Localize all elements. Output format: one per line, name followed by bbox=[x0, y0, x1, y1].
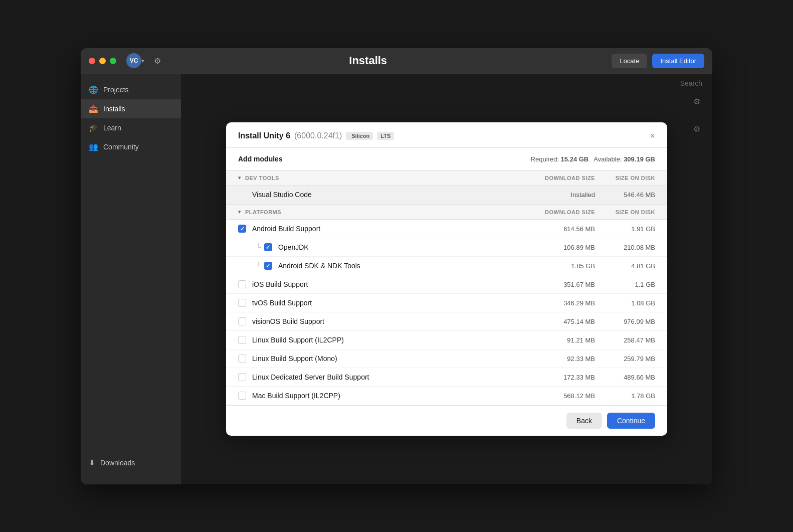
module-row-linux-server: Linux Dedicated Server Build Support 172… bbox=[226, 368, 667, 387]
linux-il2cpp-size: 258.47 MB bbox=[595, 336, 655, 344]
projects-icon: 🌐 bbox=[89, 85, 98, 94]
module-row-linux-il2cpp: Linux Build Support (IL2CPP) 91.21 MB 25… bbox=[226, 331, 667, 349]
ios-checkbox[interactable] bbox=[238, 280, 246, 288]
visionos-name: visionOS Build Support bbox=[252, 317, 530, 325]
sub-line-icon-2: └ bbox=[256, 262, 261, 270]
linux-il2cpp-checkbox[interactable] bbox=[238, 336, 246, 344]
openjdk-download: 106.89 MB bbox=[530, 244, 595, 251]
android-size: 1.91 GB bbox=[595, 225, 655, 233]
linux-server-name: Linux Dedicated Server Build Support bbox=[252, 373, 530, 381]
title-bar: VC ▾ ⚙ Installs Locate Install Editor bbox=[81, 48, 712, 74]
sidebar-bottom: ⬇ Downloads bbox=[81, 447, 181, 478]
sidebar-item-label: Installs bbox=[103, 105, 125, 113]
dev-tools-section-header: ▾ DEV TOOLS DOWNLOAD SIZE SIZE ON DISK bbox=[226, 170, 667, 186]
mac-il2cpp-download: 568.12 MB bbox=[530, 392, 595, 400]
modal-subheader: Add modules Required: 15.24 GB Available… bbox=[226, 148, 667, 170]
linux-mono-size: 259.79 MB bbox=[595, 355, 655, 363]
installs-icon: 📥 bbox=[89, 104, 98, 113]
module-row-android: Android Build Support 614.56 MB 1.91 GB bbox=[226, 220, 667, 238]
ios-name: iOS Build Support bbox=[252, 280, 530, 288]
sidebar-item-label: Projects bbox=[103, 86, 129, 94]
tvos-name: tvOS Build Support bbox=[252, 299, 530, 307]
install-editor-button[interactable]: Install Editor bbox=[652, 54, 704, 68]
module-row-mac-il2cpp: Mac Build Support (IL2CPP) 568.12 MB 1.7… bbox=[226, 387, 667, 405]
modal-header: Install Unity 6 (6000.0.24f1) Silicon LT… bbox=[226, 122, 667, 148]
mac-il2cpp-checkbox[interactable] bbox=[238, 392, 246, 400]
back-button[interactable]: Back bbox=[566, 413, 602, 429]
module-row-openjdk: └ OpenJDK 106.89 MB 210.08 MB bbox=[226, 238, 667, 257]
sidebar-item-installs[interactable]: 📥 Installs bbox=[81, 99, 181, 118]
main-content: Search ⚙ ⚙ Install Unity 6 (6000.0.24f1)… bbox=[181, 74, 712, 484]
linux-server-download: 172.33 MB bbox=[530, 374, 595, 381]
linux-server-size: 489.66 MB bbox=[595, 374, 655, 381]
dev-tools-download-col-header: DOWNLOAD SIZE bbox=[530, 175, 595, 181]
close-traffic-light[interactable] bbox=[89, 58, 95, 64]
vscode-name: Visual Studio Code bbox=[252, 191, 530, 199]
mac-il2cpp-size: 1.78 GB bbox=[595, 392, 655, 400]
sidebar-item-community[interactable]: 👥 Community bbox=[81, 137, 181, 156]
app-window: VC ▾ ⚙ Installs Locate Install Editor 🌐 … bbox=[81, 48, 712, 484]
maximize-traffic-light[interactable] bbox=[110, 58, 116, 64]
platforms-title: PLATFORMS bbox=[245, 209, 530, 215]
vscode-size: 546.46 MB bbox=[595, 191, 655, 199]
visionos-checkbox[interactable] bbox=[238, 317, 246, 325]
android-sdk-download: 1.85 GB bbox=[530, 262, 595, 270]
android-name: Android Build Support bbox=[252, 225, 530, 233]
visionos-download: 475.14 MB bbox=[530, 318, 595, 325]
tvos-size: 1.08 GB bbox=[595, 299, 655, 307]
add-modules-label: Add modules bbox=[238, 155, 283, 163]
openjdk-checkbox[interactable] bbox=[264, 243, 272, 251]
openjdk-name: OpenJDK bbox=[278, 243, 530, 251]
linux-il2cpp-name: Linux Build Support (IL2CPP) bbox=[252, 336, 530, 344]
dev-tools-title: DEV TOOLS bbox=[245, 175, 530, 181]
sidebar-item-label: Community bbox=[103, 143, 139, 151]
mac-il2cpp-name: Mac Build Support (IL2CPP) bbox=[252, 392, 530, 400]
android-sdk-size: 4.81 GB bbox=[595, 262, 655, 270]
modal-body: ▾ DEV TOOLS DOWNLOAD SIZE SIZE ON DISK V… bbox=[226, 170, 667, 405]
module-row-ios: iOS Build Support 351.67 MB 1.1 GB bbox=[226, 275, 667, 294]
openjdk-sub-indent: └ OpenJDK bbox=[252, 243, 530, 251]
android-sdk-name: Android SDK & NDK Tools bbox=[278, 262, 530, 270]
android-download: 614.56 MB bbox=[530, 225, 595, 233]
platforms-size-col-header: SIZE ON DISK bbox=[595, 209, 655, 215]
android-checkbox[interactable] bbox=[238, 225, 246, 233]
sub-line-icon: └ bbox=[256, 243, 261, 251]
vscode-installed-badge: Installed bbox=[530, 191, 595, 199]
linux-mono-download: 92.33 MB bbox=[530, 355, 595, 363]
modal-close-button[interactable]: × bbox=[650, 131, 655, 140]
tvos-checkbox[interactable] bbox=[238, 299, 246, 307]
android-sdk-sub-indent: └ Android SDK & NDK Tools bbox=[252, 262, 530, 270]
linux-server-checkbox[interactable] bbox=[238, 373, 246, 381]
continue-button[interactable]: Continue bbox=[607, 413, 655, 429]
community-icon: 👥 bbox=[89, 142, 98, 151]
linux-il2cpp-download: 91.21 MB bbox=[530, 336, 595, 344]
sidebar-item-label: Learn bbox=[103, 124, 121, 132]
platforms-section-header: ▾ PLATFORMS DOWNLOAD SIZE SIZE ON DISK bbox=[226, 204, 667, 220]
page-title: Installs bbox=[124, 54, 612, 67]
sidebar-item-downloads[interactable]: ⬇ Downloads bbox=[81, 453, 181, 472]
lts-badge: LTS bbox=[377, 132, 394, 140]
sidebar-item-projects[interactable]: 🌐 Projects bbox=[81, 80, 181, 99]
android-sdk-checkbox[interactable] bbox=[264, 262, 272, 270]
linux-mono-checkbox[interactable] bbox=[238, 354, 246, 363]
module-row-visionos: visionOS Build Support 475.14 MB 976.09 … bbox=[226, 312, 667, 331]
ios-size: 1.1 GB bbox=[595, 281, 655, 288]
platforms-download-col-header: DOWNLOAD SIZE bbox=[530, 209, 595, 215]
sidebar-item-learn[interactable]: 🎓 Learn bbox=[81, 118, 181, 137]
main-layout: 🌐 Projects 📥 Installs 🎓 Learn 👥 Communit… bbox=[81, 74, 712, 484]
header-actions: Locate Install Editor bbox=[612, 54, 704, 68]
dev-tools-chevron-icon[interactable]: ▾ bbox=[238, 174, 241, 181]
minimize-traffic-light[interactable] bbox=[99, 58, 106, 64]
locate-button[interactable]: Locate bbox=[612, 54, 647, 68]
tvos-download: 346.29 MB bbox=[530, 299, 595, 307]
install-modal: Install Unity 6 (6000.0.24f1) Silicon LT… bbox=[226, 122, 667, 436]
modal-title: Install Unity 6 (6000.0.24f1) Silicon LT… bbox=[238, 131, 394, 140]
ios-download: 351.67 MB bbox=[530, 281, 595, 288]
modal-overlay: Install Unity 6 (6000.0.24f1) Silicon LT… bbox=[181, 74, 712, 484]
storage-info: Required: 15.24 GB Available: 309.19 GB bbox=[531, 155, 655, 163]
module-row-tvos: tvOS Build Support 346.29 MB 1.08 GB bbox=[226, 294, 667, 312]
module-row-vscode: Visual Studio Code Installed 546.46 MB bbox=[226, 186, 667, 204]
downloads-icon: ⬇ bbox=[89, 458, 95, 467]
platforms-chevron-icon[interactable]: ▾ bbox=[238, 209, 241, 215]
modal-version: (6000.0.24f1) bbox=[294, 131, 342, 140]
